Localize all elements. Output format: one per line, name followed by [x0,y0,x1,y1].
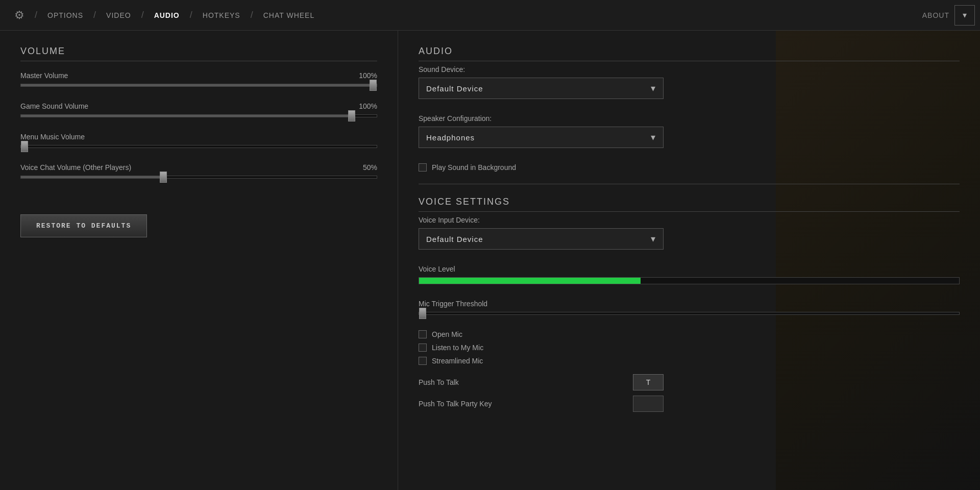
push-to-talk-keybind[interactable]: T [633,374,664,390]
voice-level-label: Voice Level [419,265,960,273]
about-button[interactable]: ABOUT [922,11,949,19]
divider-1 [419,184,960,184]
sound-device-dropdown[interactable]: Default Device ▾ [419,78,664,99]
nav-separator-1: / [35,10,37,20]
streamlined-mic-label: Streamlined Mic [432,357,483,365]
push-to-talk-label: Push To Talk [419,378,459,386]
voice-input-dropdown[interactable]: Default Device ▾ [419,228,664,250]
listen-mic-checkbox[interactable] [419,344,427,352]
volume-section-title: VOLUME [20,46,377,61]
voice-chat-volume-row: Voice Chat Volume (Other Players) 50% [20,163,377,179]
game-sound-volume-fill [21,115,352,117]
game-sound-volume-value: 100% [359,102,377,110]
voice-chat-volume-thumb[interactable] [160,172,167,183]
push-to-talk-party-row: Push To Talk Party Key [419,396,664,412]
voice-level-fill [419,278,641,284]
master-volume-row: Master Volume 100% [20,71,377,87]
game-sound-volume-label: Game Sound Volume [20,102,88,110]
master-volume-track[interactable] [20,84,377,87]
listen-mic-row: Listen to My Mic [419,344,960,352]
master-volume-fill [21,84,373,86]
push-to-talk-party-keybind[interactable] [633,396,664,412]
voice-input-section: Voice Input Device: Default Device ▾ [419,216,960,250]
game-sound-volume-thumb[interactable] [348,110,355,121]
master-volume-thumb[interactable] [370,80,377,91]
voice-settings-title: VOICE SETTINGS [419,197,960,212]
voice-chat-volume-track[interactable] [20,176,377,179]
voice-input-chevron-icon: ▾ [651,233,656,244]
audio-section-title: AUDIO [419,46,960,61]
nav-separator-4: / [190,10,192,20]
nav-separator-2: / [93,10,96,20]
volume-section: Master Volume 100% Game Sound Volume 100… [20,71,377,179]
sound-device-value: Default Device [426,84,483,93]
speaker-config-value: Headphones [426,133,475,142]
main-content: VOLUME Master Volume 100% Game Sound Vol… [0,31,980,490]
menu-music-volume-label: Menu Music Volume [20,133,85,141]
speaker-config-label: Speaker Configuration: [419,114,960,122]
push-to-talk-row: Push To Talk T [419,374,664,390]
nav-item-hotkeys[interactable]: HOTKEYS [199,9,244,21]
navbar: ⚙ / OPTIONS / VIDEO / AUDIO / HOTKEYS / … [0,0,980,31]
nav-separator-5: / [251,10,253,20]
master-volume-label: Master Volume [20,71,68,80]
restore-defaults-button[interactable]: RESTORE TO DEFAULTS [20,214,147,237]
sound-device-label: Sound Device: [419,65,960,74]
voice-input-label: Voice Input Device: [419,216,960,224]
mic-threshold-label: Mic Trigger Threshold [419,300,960,308]
right-panel: AUDIO Sound Device: Default Device ▾ Spe… [398,31,980,490]
menu-music-volume-row: Menu Music Volume [20,133,377,148]
voice-level-section: Voice Level [419,265,960,284]
nav-item-video[interactable]: VIDEO [102,9,135,21]
nav-item-chat-wheel[interactable]: CHAT WHEEL [259,9,319,21]
push-to-talk-party-label: Push To Talk Party Key [419,400,492,408]
game-sound-volume-row: Game Sound Volume 100% [20,102,377,117]
gear-icon[interactable]: ⚙ [10,6,29,24]
menu-music-volume-track[interactable] [20,145,377,148]
voice-chat-volume-label: Voice Chat Volume (Other Players) [20,163,131,172]
sound-device-section: Sound Device: Default Device ▾ [419,65,960,99]
voice-input-value: Default Device [426,235,483,243]
game-sound-volume-track[interactable] [20,114,377,117]
streamlined-mic-checkbox[interactable] [419,357,427,365]
speaker-config-chevron-icon: ▾ [651,132,656,143]
dropdown-chevron-icon[interactable]: ▾ [954,5,975,26]
mic-threshold-track[interactable] [419,312,960,315]
open-mic-checkbox[interactable] [419,330,427,338]
mic-threshold-thumb[interactable] [419,308,426,319]
menu-music-volume-thumb[interactable] [21,141,28,152]
open-mic-label: Open Mic [432,330,462,338]
voice-level-bar [419,277,960,284]
nav-separator-3: / [141,10,144,20]
listen-mic-label: Listen to My Mic [432,344,483,352]
voice-chat-volume-fill [21,176,163,178]
mic-threshold-section: Mic Trigger Threshold [419,300,960,315]
speaker-config-section: Speaker Configuration: Headphones ▾ [419,114,960,148]
nav-item-options[interactable]: OPTIONS [43,9,87,21]
voice-chat-volume-value: 50% [363,163,377,172]
play-sound-bg-checkbox[interactable] [419,163,427,172]
streamlined-mic-row: Streamlined Mic [419,357,960,365]
master-volume-value: 100% [359,71,377,80]
sound-device-chevron-icon: ▾ [651,83,656,94]
open-mic-row: Open Mic [419,330,960,338]
nav-item-audio[interactable]: AUDIO [150,9,184,21]
play-sound-bg-label: Play Sound in Background [432,163,516,172]
speaker-config-dropdown[interactable]: Headphones ▾ [419,127,664,148]
left-panel: VOLUME Master Volume 100% Game Sound Vol… [0,31,398,490]
play-sound-bg-row: Play Sound in Background [419,163,960,172]
